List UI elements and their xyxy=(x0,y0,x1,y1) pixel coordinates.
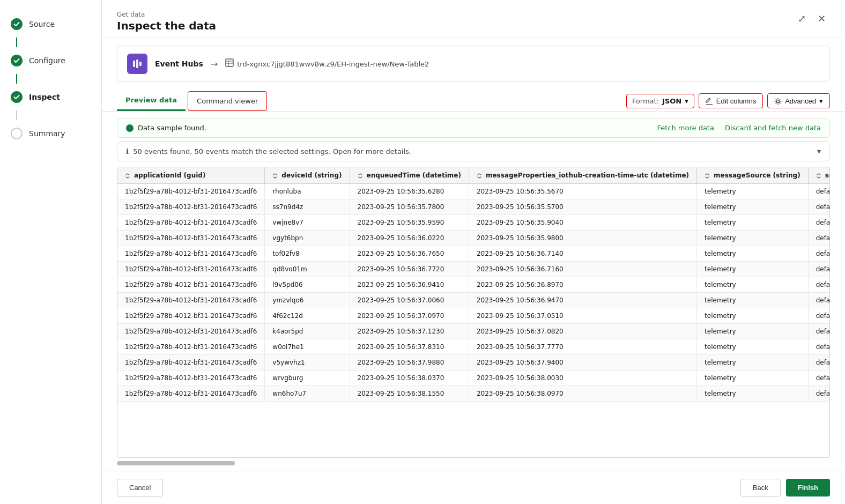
cell-r13-c1: wn6ho7u7 xyxy=(265,386,350,402)
table-row: 1b2f5f29-a78b-4012-bf31-2016473cadf6wn6h… xyxy=(117,386,830,402)
table-row: 1b2f5f29-a78b-4012-bf31-2016473cadf6v5yw… xyxy=(117,355,830,370)
cell-r9-c1: k4aor5pd xyxy=(265,324,350,339)
svg-rect-4 xyxy=(226,59,233,66)
sidebar-label-summary: Summary xyxy=(29,129,65,138)
status-dot xyxy=(126,124,134,132)
advanced-button[interactable]: Advanced ▾ xyxy=(767,93,830,108)
sidebar-item-inspect[interactable]: Inspect xyxy=(0,84,101,110)
edit-columns-button[interactable]: Edit columns xyxy=(699,93,763,108)
col-header-deviceId: deviceId (string) xyxy=(265,167,350,184)
cell-r2-c1: vwjne8v7 xyxy=(265,215,350,231)
table-row: 1b2f5f29-a78b-4012-bf31-2016473cadf6wrvg… xyxy=(117,370,830,386)
modal-header: Get data Inspect the data ⤢ ✕ xyxy=(102,0,845,38)
modal-subtitle: Get data xyxy=(117,11,216,18)
tab-preview[interactable]: Preview data xyxy=(117,91,186,111)
table-body: 1b2f5f29-a78b-4012-bf31-2016473cadf6rhon… xyxy=(117,184,830,402)
cell-r8-c3: 2023-09-25 10:56:37.0510 xyxy=(469,308,696,324)
table-path: trd-xgnxc7jjgt881wwv8w.z9/EH-ingest-new/… xyxy=(237,60,429,68)
finish-button[interactable]: Finish xyxy=(786,479,830,496)
cell-r10-c1: w0ol7he1 xyxy=(265,339,350,355)
cell-r1-c1: ss7n9d4z xyxy=(265,199,350,215)
cell-r4-c3: 2023-09-25 10:56:36.7140 xyxy=(469,246,696,262)
cell-r3-c1: vgyt6bpn xyxy=(265,231,350,246)
col-header-messageSource: messageSource (string) xyxy=(697,167,809,184)
back-button[interactable]: Back xyxy=(740,479,781,496)
cell-r4-c5: default@v1 xyxy=(808,246,830,262)
expand-button[interactable]: ⤢ xyxy=(794,11,810,27)
status-left: Data sample found. xyxy=(126,124,206,132)
sidebar-item-configure[interactable]: Configure xyxy=(0,47,101,74)
horizontal-scrollbar[interactable] xyxy=(117,461,235,465)
cell-r11-c3: 2023-09-25 10:56:37.9400 xyxy=(469,355,696,370)
sidebar-item-summary[interactable]: Summary xyxy=(0,120,101,147)
modal-title: Inspect the data xyxy=(117,19,216,32)
cell-r2-c5: default@v1 xyxy=(808,215,830,231)
cell-r4-c4: telemetry xyxy=(697,246,809,262)
connector-1 xyxy=(16,38,17,47)
sidebar-item-source[interactable]: Source xyxy=(0,11,101,38)
table-row: 1b2f5f29-a78b-4012-bf31-2016473cadf6l9v5… xyxy=(117,277,830,293)
close-button[interactable]: ✕ xyxy=(813,11,830,27)
cell-r12-c3: 2023-09-25 10:56:38.0030 xyxy=(469,370,696,386)
step-circle-configure xyxy=(11,55,23,66)
svg-point-9 xyxy=(777,100,780,102)
cell-r8-c4: telemetry xyxy=(697,308,809,324)
source-row: Event Hubs → trd-xgnxc7jjgt881wwv8w.z9/E… xyxy=(117,46,830,82)
data-table-container[interactable]: applicationId (guid)deviceId (string)enq… xyxy=(117,167,830,458)
cell-r12-c1: wrvgburg xyxy=(265,370,350,386)
cell-r2-c3: 2023-09-25 10:56:35.9040 xyxy=(469,215,696,231)
col-header-applicationId: applicationId (guid) xyxy=(117,167,265,184)
cell-r0-c2: 2023-09-25 10:56:35.6280 xyxy=(350,184,469,199)
info-chevron-icon[interactable]: ▾ xyxy=(817,147,821,155)
cell-r7-c1: ymzvlqo6 xyxy=(265,293,350,308)
status-actions: Fetch more data Discard and fetch new da… xyxy=(657,124,821,132)
cell-r10-c0: 1b2f5f29-a78b-4012-bf31-2016473cadf6 xyxy=(117,339,265,355)
step-circle-source xyxy=(11,18,23,30)
toolbar-right: Format: JSON ▾ Edit columns xyxy=(626,93,830,108)
tabs: Preview data Command viewer xyxy=(117,91,267,111)
status-message: Data sample found. xyxy=(138,124,206,132)
tab-command-viewer[interactable]: Command viewer xyxy=(188,91,267,111)
close-icon: ✕ xyxy=(818,13,826,25)
event-hubs-icon xyxy=(127,54,147,74)
discard-fetch-link[interactable]: Discard and fetch new data xyxy=(725,124,821,132)
fetch-more-link[interactable]: Fetch more data xyxy=(657,124,714,132)
sidebar-label-inspect: Inspect xyxy=(29,93,60,101)
sort-icon xyxy=(272,172,279,179)
cell-r11-c0: 1b2f5f29-a78b-4012-bf31-2016473cadf6 xyxy=(117,355,265,370)
connector-2 xyxy=(16,74,17,84)
cell-r1-c5: default@v1 xyxy=(808,199,830,215)
cell-r12-c5: default@v1 xyxy=(808,370,830,386)
info-text: 50 events found, 50 events match the sel… xyxy=(133,147,411,155)
cell-r8-c0: 1b2f5f29-a78b-4012-bf31-2016473cadf6 xyxy=(117,308,265,324)
cell-r7-c0: 1b2f5f29-a78b-4012-bf31-2016473cadf6 xyxy=(117,293,265,308)
connector-3 xyxy=(16,110,17,120)
cell-r10-c5: default@v1 xyxy=(808,339,830,355)
footer: Cancel Back Finish xyxy=(102,471,845,504)
format-dropdown[interactable]: Format: JSON ▾ xyxy=(626,94,694,108)
cancel-button[interactable]: Cancel xyxy=(117,479,163,496)
cell-r0-c4: telemetry xyxy=(697,184,809,199)
cell-r9-c5: default@v1 xyxy=(808,324,830,339)
cell-r12-c0: 1b2f5f29-a78b-4012-bf31-2016473cadf6 xyxy=(117,370,265,386)
cell-r3-c0: 1b2f5f29-a78b-4012-bf31-2016473cadf6 xyxy=(117,231,265,246)
source-name: Event Hubs xyxy=(155,60,203,68)
cell-r5-c2: 2023-09-25 10:56:36.7720 xyxy=(350,262,469,277)
cell-r2-c0: 1b2f5f29-a78b-4012-bf31-2016473cadf6 xyxy=(117,215,265,231)
cell-r10-c4: telemetry xyxy=(697,339,809,355)
cell-r0-c5: default@v1 xyxy=(808,184,830,199)
svg-rect-1 xyxy=(133,61,135,67)
sort-icon xyxy=(477,172,484,179)
cell-r13-c5: default@v1 xyxy=(808,386,830,402)
cell-r8-c5: default@v1 xyxy=(808,308,830,324)
sidebar-label-source: Source xyxy=(29,20,55,28)
table-row: 1b2f5f29-a78b-4012-bf31-2016473cadf6w0ol… xyxy=(117,339,830,355)
cell-r6-c3: 2023-09-25 10:56:36.8970 xyxy=(469,277,696,293)
cell-r3-c2: 2023-09-25 10:56:36.0220 xyxy=(350,231,469,246)
cell-r12-c2: 2023-09-25 10:56:38.0370 xyxy=(350,370,469,386)
cell-r1-c0: 1b2f5f29-a78b-4012-bf31-2016473cadf6 xyxy=(117,199,265,215)
footer-right: Back Finish xyxy=(740,479,830,496)
cell-r13-c4: telemetry xyxy=(697,386,809,402)
modal-title-group: Get data Inspect the data xyxy=(117,11,216,32)
cell-r6-c5: default@v1 xyxy=(808,277,830,293)
